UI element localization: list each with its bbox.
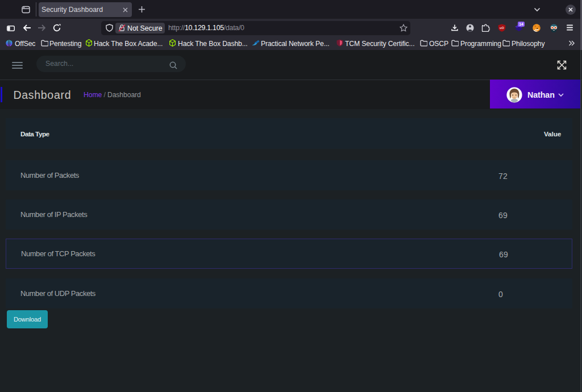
- svg-text:uO: uO: [500, 26, 504, 30]
- svg-text:14: 14: [519, 22, 523, 26]
